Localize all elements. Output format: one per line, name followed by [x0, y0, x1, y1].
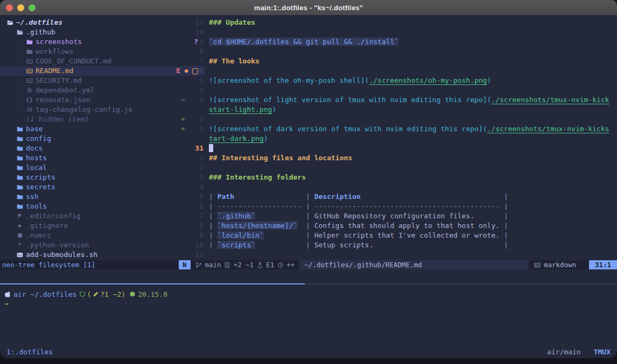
folder-icon — [16, 165, 23, 171]
line-number: 4 — [190, 182, 204, 192]
tree-item-dependabot.yml[interactable]: dependabot.yml — [0, 85, 205, 95]
editor-line-5[interactable]: 5![screenshot of the oh-my-posh shell](.… — [179, 76, 617, 85]
folder-icon — [16, 184, 23, 190]
sign-column — [179, 66, 190, 76]
tree-item-label: local — [26, 163, 47, 173]
sign-column — [179, 85, 190, 95]
gear-icon — [26, 87, 33, 94]
tree-item--1-hidden-item-[interactable]: (1 hidden item) — [0, 115, 205, 124]
line-number: 6 — [190, 66, 204, 76]
tree-item-renovate.json[interactable]: {}renovate.json — [0, 95, 205, 105]
editor-line-1[interactable]: +1![screenshot of dark version of tmux w… — [179, 124, 617, 134]
editor-line-7[interactable]: 7## The looks — [179, 56, 617, 66]
folder-icon — [16, 126, 23, 132]
editor-line-4[interactable]: 4 — [179, 85, 617, 95]
sign-column — [179, 163, 190, 173]
tree-item-security.md[interactable]: SECURITY.md — [0, 76, 205, 85]
folder-icon — [16, 194, 23, 200]
editor-line-10[interactable]: 10| `scripts` | Setup scripts. | — [179, 240, 617, 250]
close-button[interactable] — [6, 4, 13, 11]
tmux-pane-border[interactable] — [0, 283, 617, 284]
tree-item-add-submodules.sh[interactable]: add-submodules.sh — [0, 250, 195, 260]
editor-line-8[interactable]: 8| `hosts/{hostname}/` | Configs that sh… — [179, 221, 617, 231]
pane-border-inactive — [305, 283, 617, 284]
line-number: 8 — [190, 47, 204, 56]
minimize-button[interactable] — [17, 4, 24, 11]
gitsigns-added-sign: + — [179, 124, 190, 134]
tree-item-hosts[interactable]: hosts — [0, 153, 195, 163]
sign-column — [179, 47, 190, 56]
editor-line-10[interactable]: 10 — [179, 27, 617, 37]
line-text: tart-dark.png) — [209, 134, 268, 144]
editor-line-9[interactable]: 9`cd $HOME/.dotfiles && git pull && ./in… — [179, 37, 617, 47]
editor-line-4[interactable]: 4 — [179, 182, 617, 192]
editor-line-11[interactable]: 11 — [179, 250, 617, 260]
tree-item-screenshots[interactable]: screenshots? — [0, 37, 205, 47]
line-text: ### Interesting folders — [209, 173, 306, 182]
line-number: 7 — [190, 56, 204, 66]
git-branch-icon — [195, 262, 202, 268]
line-text: | `.github` | GitHub Repository configur… — [209, 211, 508, 221]
tree-item-label: secrets — [26, 182, 55, 192]
tree-item-docs[interactable]: docs — [0, 144, 195, 153]
tree-item-label: workflows — [36, 47, 73, 56]
editor-line-5[interactable]: 5| Path | Description | — [179, 192, 617, 202]
editor-line-3[interactable]: 3### Interesting folders — [179, 173, 617, 182]
line-number — [190, 105, 204, 115]
editor-line-9[interactable]: 9| `local/bin` | Helper scripts that I'v… — [179, 231, 617, 240]
tree-item-readme.md[interactable]: README.mdE● — [0, 66, 205, 76]
tree-item-config[interactable]: config — [0, 134, 195, 144]
pane-border-active — [0, 283, 305, 284]
line-text: start-light.png) — [209, 105, 276, 115]
editor-line-2[interactable]: 2 — [179, 163, 617, 173]
gitsigns-added-sign: + — [179, 115, 190, 124]
tmux-session-window[interactable]: 1:.dotfiles — [6, 348, 53, 356]
prompt-arrow[interactable]: → — [4, 299, 9, 309]
tree-item-.github[interactable]: .github — [0, 27, 195, 37]
editor-line-31[interactable]: 31 — [179, 144, 617, 153]
editor-line-6[interactable]: 6 — [179, 66, 617, 76]
tree-item--.dotfiles[interactable]: ~/.dotfiles — [0, 18, 185, 27]
tree-item-scripts[interactable]: scripts — [0, 173, 195, 182]
editor-line-wrap[interactable]: start-light.png) — [179, 105, 617, 115]
tmux-label: TMUX — [594, 348, 611, 356]
tree-item-.gitignore[interactable]: ◆.gitignore — [0, 221, 195, 231]
tree-item-local[interactable]: local — [0, 163, 195, 173]
tree-item-base[interactable]: base — [0, 124, 195, 134]
editor-line-wrap[interactable]: tart-dark.png) — [179, 134, 617, 144]
tree-item-tools[interactable]: tools — [0, 202, 195, 211]
zoom-button[interactable] — [29, 4, 36, 11]
terminal-window: main:1:.dotfiles - "ks~/.dotfiles" ~/.do… — [0, 0, 617, 364]
editor-line-2[interactable]: +2 — [179, 115, 617, 124]
line-number: 11 — [190, 250, 204, 260]
line-text: | `local/bin` | Helper scripts that I've… — [209, 231, 508, 240]
sign-column — [179, 231, 190, 240]
editor-line-8[interactable]: 8 — [179, 47, 617, 56]
editor-statusline: N main +2 ~1 E1 ++ ~/.dotfiles/.github/R… — [179, 260, 617, 269]
editor-line-7[interactable]: 7| `.github` | GitHub Repository configu… — [179, 211, 617, 221]
sign-column — [179, 250, 190, 260]
line-number: 31 — [190, 144, 204, 153]
editor-line-6[interactable]: 6| -------------------- | --------------… — [179, 202, 617, 211]
sign-column — [179, 221, 190, 231]
line-number: 1 — [190, 153, 204, 163]
cursor-position: 31:1 — [589, 260, 617, 269]
folder-icon — [26, 48, 33, 55]
tree-item-ssh[interactable]: ssh — [0, 192, 195, 202]
tree-item-workflows[interactable]: workflows — [0, 47, 205, 56]
line-text: ![screenshot of the oh-my-posh shell](./… — [209, 76, 491, 85]
editor-line-1[interactable]: 1## Interesting files and locations — [179, 153, 617, 163]
tree-item-label: tools — [26, 202, 47, 211]
tree-item-.nvmrc[interactable]: .nvmrc — [0, 231, 195, 240]
line-text: `cd $HOME/.dotfiles && git pull && ./ins… — [209, 37, 398, 47]
tree-item-code-of-conduct.md[interactable]: CODE_OF_CONDUCT.md — [0, 56, 205, 66]
tree-item-.python-version[interactable]: *.python-version — [0, 240, 195, 250]
editor-line-3[interactable]: ~3![screenshot of light version of tmux … — [179, 95, 617, 105]
tree-item-.editorconfig[interactable]: .editorconfig — [0, 211, 195, 221]
line-text: | `scripts` | Setup scripts. | — [209, 240, 508, 250]
tree-item-tag-changelog-config.js[interactable]: JStag-changelog-config.js — [0, 105, 205, 115]
editor-cursor — [209, 144, 213, 152]
tree-item-secrets[interactable]: secrets — [0, 182, 195, 192]
editor-line-11[interactable]: 11### Updates — [179, 18, 617, 27]
folder-icon — [16, 174, 23, 181]
